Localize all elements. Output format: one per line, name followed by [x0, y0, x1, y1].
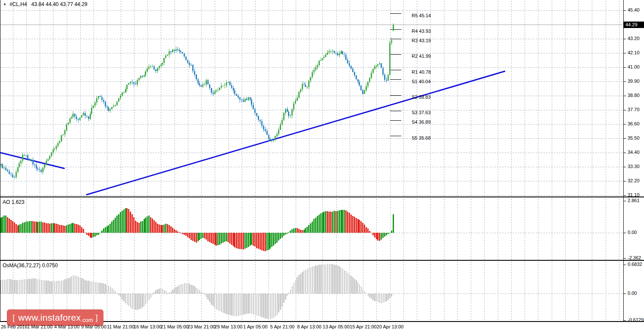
osma-name: OsMA(36,72,27) — [3, 262, 41, 269]
time-axis-label: 5 Apr 21:00 — [270, 324, 294, 329]
instaforex-watermark: [ www.instaforex .com ] — [7, 309, 103, 326]
price-axis-tick — [623, 81, 626, 82]
time-axis-label: 9 Mar 05:00 — [81, 324, 106, 329]
panel-separator[interactable] — [0, 260, 644, 261]
price-axis-label: 38.80 — [628, 93, 640, 98]
osma-axis-label: 0.00 — [628, 290, 637, 296]
logo-bracket-right: ] — [96, 313, 98, 322]
ohlc-values: 43.84 44.40 43.77 44.29 — [31, 1, 88, 7]
time-axis-label: 8 Apr 13:00 — [297, 324, 321, 329]
price-axis-tick — [623, 10, 626, 11]
ao-indicator-label: AO 1.623 — [3, 199, 25, 205]
pivot-label: R5 45.14 — [412, 13, 431, 18]
time-axis-label: 16 Mar 13:00 — [134, 324, 162, 329]
price-axis-tick — [623, 124, 626, 125]
price-axis-label: 31.10 — [628, 192, 640, 197]
time-axis-label: 13 Apr 05:00 — [323, 324, 350, 329]
grid-layer — [0, 1, 623, 321]
price-axis-tick — [623, 167, 626, 167]
time-axis-label: 11 Mar 21:00 — [107, 324, 134, 329]
chart-left-border — [0, 0, 0, 322]
price-axis-label: 37.70 — [628, 107, 640, 112]
ao-axis-tick — [623, 201, 626, 201]
pivot-label: R3 43.19 — [412, 38, 431, 43]
time-axis-label: 4 Mar 13:00 — [54, 324, 80, 329]
chevron-down-icon[interactable]: ▼ — [3, 3, 6, 6]
price-plot[interactable] — [0, 0, 644, 331]
osma-axis-tick — [623, 294, 626, 294]
pivot-label: S3 37.63 — [412, 110, 431, 115]
pivot-label: R4 43.93 — [412, 28, 431, 34]
time-axis-label: 20 Apr 13:00 — [377, 324, 403, 329]
candles-layer — [0, 23, 394, 179]
time-axis-label: 15 Apr 21:00 — [350, 324, 376, 329]
price-axis-tick — [623, 110, 626, 110]
time-axis-label: 23 Mar 21:00 — [188, 324, 216, 329]
time-axis-label: 29 Mar 13:00 — [215, 324, 243, 329]
ao-axis-tick — [623, 233, 626, 233]
ao-histogram — [0, 208, 394, 251]
trading-chart: ▼ #CL,H4 43.84 44.40 43.77 44.29 AO 1.62… — [0, 0, 644, 331]
price-axis-tick — [623, 67, 626, 68]
price-axis-tick — [623, 96, 626, 96]
pivot-label: R1 40.78 — [412, 69, 431, 75]
pivot-label: R2 41.99 — [412, 53, 431, 59]
osma-axis-label: 0.6832 — [628, 262, 642, 267]
ao-value: 1.623 — [12, 199, 25, 205]
price-axis-label: 43.20 — [628, 36, 640, 41]
time-axis-label: 26 Feb 2016 — [1, 324, 28, 329]
price-axis-label: 41.00 — [628, 64, 640, 69]
osma-value: 0.0750 — [42, 262, 58, 269]
pivot-ticks — [390, 14, 401, 136]
price-axis-tick — [623, 153, 626, 153]
ao-axis-label: -2.362 — [628, 255, 641, 260]
price-axis-label: 36.60 — [628, 121, 640, 126]
pivot-label: S1 40.04 — [412, 79, 431, 84]
price-axis-label: 45.40 — [628, 7, 640, 12]
price-axis-tick — [623, 138, 626, 139]
time-axis-label: 1 Apr 05:00 — [243, 324, 267, 329]
price-axis-label: 39.90 — [628, 78, 640, 84]
trendlines[interactable] — [0, 71, 505, 195]
price-axis-label: 33.30 — [628, 164, 640, 169]
symbol-name: #CL,H4 — [9, 1, 27, 7]
price-axis-tick — [623, 53, 626, 53]
panel-separator[interactable] — [0, 197, 644, 197]
ao-name: AO — [3, 199, 10, 205]
price-axis-label: 32.20 — [628, 178, 640, 183]
logo-bracket-left: [ — [13, 313, 15, 322]
pivot-label: S5 35.68 — [412, 135, 431, 141]
time-axis-label: 21 Mar 05:00 — [161, 324, 189, 329]
ao-axis-label: 2.861 — [628, 198, 640, 203]
osma-axis-tick — [623, 320, 626, 321]
ao-axis-tick — [623, 258, 626, 259]
pivot-label: S2 38.83 — [412, 94, 431, 100]
price-axis-tick — [623, 195, 626, 196]
current-price-badge: 44.29 — [624, 22, 644, 28]
time-axis-label: 1 Mar 21:00 — [27, 324, 53, 329]
osma-axis-label: -0.6129 — [628, 317, 644, 322]
logo-text: www.instaforex — [18, 312, 81, 323]
price-axis-label: 42.10 — [628, 50, 640, 55]
osma-indicator-label: OsMA(36,72,27) 0.0750 — [3, 262, 58, 269]
price-axis-tick — [623, 39, 626, 39]
ao-axis-label: 0.00 — [628, 230, 637, 235]
osma-axis-tick — [623, 265, 626, 265]
price-axis-label: 34.40 — [628, 150, 640, 155]
price-axis-tick — [623, 181, 626, 181]
price-axis-label: 35.50 — [628, 135, 640, 141]
pivot-label: S4 36.89 — [412, 119, 431, 125]
symbol-title: ▼ #CL,H4 43.84 44.40 43.77 44.29 — [3, 1, 88, 7]
axis-border — [623, 0, 624, 322]
